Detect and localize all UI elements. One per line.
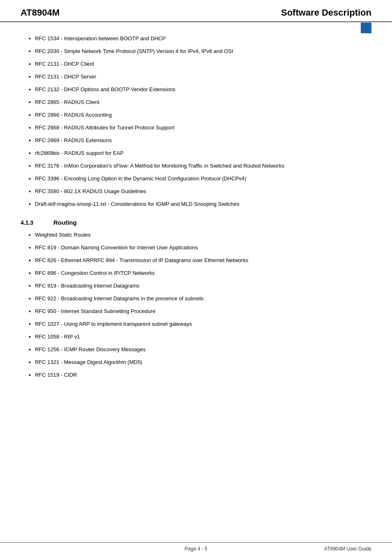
list-item: RFC 1027 - Using ARP to implement transp… (21, 320, 371, 329)
list-item: RFC 1058 - RIP v1 (21, 333, 371, 341)
list-item: RFC 950 - Internet Standard Subnetting P… (21, 307, 371, 316)
list-item: RFC 2030 - Simple Network Time Protocol … (21, 47, 371, 56)
list-item: RFC 3580 - 802.1X RADIUS Usage Guideline… (21, 187, 371, 196)
list-item: RFC 1534 - Interoperation between BOOTP … (21, 35, 371, 43)
page-header: AT8904M Software Description (0, 0, 392, 22)
section-title: Routing (53, 219, 77, 226)
corner-bracket-icon (357, 23, 371, 37)
list-item: RFC 1519 - CIDR (21, 371, 371, 380)
list-item: RFC 896 - Congestion Control in IP/TCP N… (21, 269, 371, 278)
main-content: RFC 1534 - Interoperation between BOOTP … (0, 22, 392, 396)
header-doc-title: Software Description (281, 7, 371, 18)
list-item: RFC 2131 - DHCP Server (21, 73, 371, 81)
footer-right: AT8904M User Guide (324, 546, 371, 552)
list-item: RFC 1256 - ICMP Router Discovery Message… (21, 345, 371, 354)
list-item: RFC 1321 - Message Digest Algorithm (MD5… (21, 358, 371, 367)
list-item: RFC 2865 - RADIUS Client (21, 98, 371, 107)
list-item: rfc2869bis - RADIUS support for EAP (21, 149, 371, 158)
footer-center: Page 4 - 5 (184, 546, 207, 552)
list-item: Weighted Static Routes (21, 231, 371, 240)
list-item: Draft-ietf-magma-snoop-11.txt - Consider… (21, 200, 371, 209)
header-product-name: AT8904M (21, 7, 60, 18)
section-number: 4.1.3 (21, 219, 41, 226)
list-item: RFC 3396 - Encoding Long Option in the D… (21, 175, 371, 183)
top-bullet-list: RFC 1534 - Interoperation between BOOTP … (21, 35, 371, 209)
list-item: RFC 919 - Broadcasting Internet Datagram… (21, 282, 371, 290)
svg-rect-2 (357, 33, 371, 37)
list-item: RFC 922 - Broadcasting Internet Datagram… (21, 295, 371, 303)
section-heading-routing: 4.1.3 Routing (21, 219, 371, 226)
page-footer: Page 4 - 5 AT8904M User Guide (0, 542, 392, 555)
list-item: RFC 826 - Ethernet ARPRFC 894 - Transmis… (21, 256, 371, 265)
list-item: RFC 2868 - RADIUS Attributes for Tunnel … (21, 124, 371, 132)
routing-bullet-list: Weighted Static RoutesRFC 819 - Domain N… (21, 231, 371, 380)
list-item: RFC 2866 - RADIUS Accounting (21, 111, 371, 120)
list-item: RFC 819 - Domain Naming Convention for I… (21, 244, 371, 252)
list-item: RFC 2869 - RADIUS Extensions (21, 136, 371, 145)
page: AT8904M Software Description RFC 1534 - … (0, 0, 392, 555)
list-item: RFC 2131 - DHCP Client (21, 60, 371, 69)
list-item: RFC 3176 - InMon Corporation's sFlow: A … (21, 162, 371, 170)
list-item: RFC 2132 - DHCP Options and BOOTP Vendor… (21, 85, 371, 94)
